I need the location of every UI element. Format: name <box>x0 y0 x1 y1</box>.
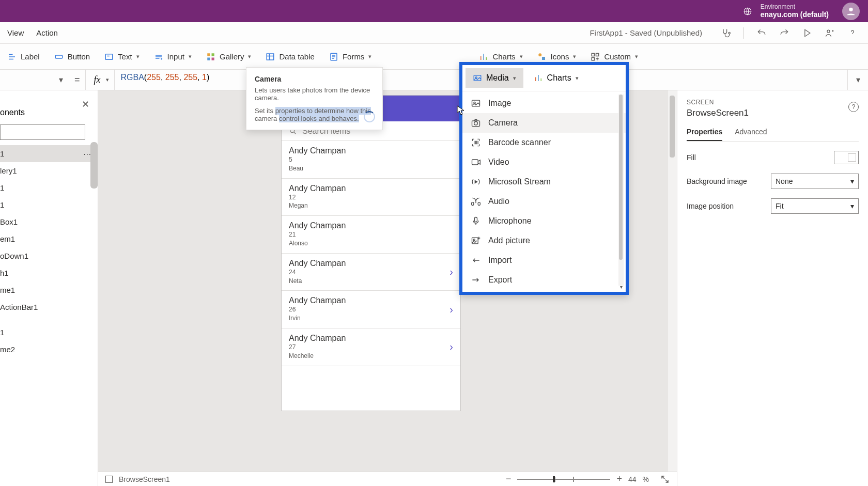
media-item-label: Microsoft Stream <box>488 177 551 186</box>
prop-bgimage-label: Background image <box>687 177 771 185</box>
redo-icon[interactable] <box>779 28 789 38</box>
tree-item[interactable]: 1 <box>0 324 98 341</box>
ribbon-charts-inline[interactable]: Charts▾ <box>526 68 586 88</box>
tree-item[interactable]: 1 <box>0 179 98 196</box>
tree-item[interactable]: me1 <box>0 281 98 299</box>
tree-item[interactable]: ActionBar1 <box>0 299 98 316</box>
svg-rect-9 <box>211 57 214 60</box>
tree-item[interactable]: Box1 <box>0 213 98 230</box>
menu-action[interactable]: Action <box>36 28 58 37</box>
imgpos-select[interactable]: Fit▾ <box>771 198 859 214</box>
list-item-sub: Neta <box>289 277 450 286</box>
help-icon[interactable]: ? <box>848 102 859 112</box>
ribbon-data-table[interactable]: Data table <box>258 47 321 67</box>
list-item-sub: Mechelle <box>289 352 450 360</box>
scrollbar[interactable] <box>618 95 624 286</box>
tree-item[interactable]: me2 <box>0 341 98 358</box>
media-item-video[interactable]: Video <box>462 152 626 172</box>
ribbon-button[interactable]: Button <box>47 47 97 67</box>
tree-item[interactable] <box>0 316 98 324</box>
media-item-microsoft-stream[interactable]: Microsoft Stream <box>462 172 626 192</box>
tree-item[interactable]: 1 <box>0 196 98 213</box>
media-item-microphone[interactable]: Microphone <box>462 211 626 231</box>
list-item[interactable]: Andy Champan 5 Beau <box>282 141 460 179</box>
svg-point-3 <box>827 30 830 33</box>
formula-expand[interactable]: ▾ <box>847 70 868 90</box>
list-item[interactable]: Andy Champan 12 Megan <box>282 179 460 216</box>
menu-bar: View Action FirstApp1 - Saved (Unpublish… <box>0 22 868 44</box>
ribbon-input[interactable]: Input▾ <box>147 47 199 67</box>
phone-preview[interactable]: Search items Andy Champan 5 Beau Andy Ch… <box>282 96 460 411</box>
chevron-right-icon[interactable]: › <box>450 341 453 353</box>
menu-view[interactable]: View <box>7 28 24 37</box>
fx-icon[interactable]: fx <box>91 74 104 85</box>
scrollbar[interactable] <box>90 142 98 189</box>
scrollbar[interactable] <box>668 90 677 472</box>
svg-rect-7 <box>211 53 214 56</box>
ribbon-gallery[interactable]: Gallery▾ <box>199 47 259 67</box>
stethoscope-icon[interactable] <box>721 28 731 38</box>
tab-properties[interactable]: Properties <box>687 128 722 141</box>
list-item-name: Andy Champan <box>289 296 450 305</box>
forms-icon <box>329 52 338 61</box>
zoom-slider[interactable] <box>517 479 610 480</box>
tree-item[interactable]: oDown1 <box>0 247 98 264</box>
chevron-down-icon: ▾ <box>573 53 576 60</box>
ribbon-media-active[interactable]: Media ▾ <box>466 68 523 88</box>
chevron-right-icon[interactable]: › <box>450 304 453 316</box>
insert-ribbon: Label Button Text▾ Input▾ Gallery▾ Data … <box>0 44 868 70</box>
list-item[interactable]: Andy Champan 27 Mechelle › <box>282 328 460 366</box>
charts-icon <box>479 52 488 61</box>
ribbon-label[interactable]: Label <box>0 47 47 67</box>
list-item[interactable]: Andy Champan 24 Neta › <box>282 254 460 291</box>
share-icon[interactable] <box>825 28 835 38</box>
tree-item[interactable]: lery1 <box>0 162 98 179</box>
list-item-sub: Megan <box>289 201 453 210</box>
scroll-down-icon[interactable]: ▾ <box>620 284 623 290</box>
list-item[interactable]: Andy Champan 26 Irvin › <box>282 291 460 328</box>
equals-icon: = <box>69 74 85 85</box>
fit-icon[interactable] <box>660 475 670 484</box>
bgimage-select[interactable]: None▾ <box>771 174 859 189</box>
tree-item-selected[interactable]: 1 ··· <box>0 145 98 162</box>
env-name: enayu.com (default) <box>761 10 829 19</box>
list-item-num: 21 <box>289 230 453 239</box>
media-item-import[interactable]: Import <box>462 250 626 270</box>
list-item[interactable]: Andy Champan 21 Alonso <box>282 216 460 254</box>
zoom-in[interactable]: + <box>616 474 622 484</box>
media-item-barcode-scanner[interactable]: Barcode scanner <box>462 133 626 152</box>
close-icon[interactable]: ✕ <box>82 99 89 110</box>
media-item-camera[interactable]: Camera <box>462 113 626 133</box>
chevron-down-icon: ▾ <box>513 75 516 82</box>
formula-bar: ▾ = fx ▾ RGBA(255, 255, 255, 1) ▾ <box>0 70 868 90</box>
tab-advanced[interactable]: Advanced <box>735 128 767 141</box>
help-icon[interactable] <box>847 28 858 38</box>
avatar[interactable] <box>842 3 860 20</box>
list-item-sub: Alonso <box>289 239 453 248</box>
prop-fill-label: Fill <box>687 153 834 162</box>
shapes-icon <box>537 52 547 61</box>
undo-icon[interactable] <box>756 28 767 38</box>
chevron-right-icon[interactable]: › <box>450 266 453 278</box>
prop-imgpos-label: Image position <box>687 202 771 210</box>
media-item-audio[interactable]: Audio <box>462 192 626 211</box>
tree-item[interactable]: em1 <box>0 230 98 247</box>
ribbon-forms[interactable]: Forms▾ <box>322 47 379 67</box>
status-screen-name: BrowseScreen1 <box>119 475 170 483</box>
environment-block[interactable]: Environment enayu.com (default) <box>761 3 829 19</box>
fill-color-picker[interactable] <box>834 151 859 164</box>
zoom-out[interactable]: − <box>506 474 512 484</box>
tree-search-input[interactable] <box>0 124 85 140</box>
play-icon[interactable] <box>802 28 812 38</box>
media-item-export[interactable]: Export <box>462 270 626 290</box>
chevron-down-icon: ▾ <box>850 202 854 210</box>
ribbon-text[interactable]: Text▾ <box>97 47 147 67</box>
media-item-add-picture[interactable]: Add picture <box>462 231 626 250</box>
charts-icon <box>534 73 543 83</box>
tree-item[interactable]: h1 <box>0 264 98 281</box>
app-header: Environment enayu.com (default) <box>0 0 868 22</box>
property-selector[interactable]: ▾ <box>2 72 69 88</box>
chevron-down-icon[interactable]: ▾ <box>106 76 109 83</box>
media-item-image[interactable]: Image <box>462 93 626 113</box>
canvas-area[interactable]: Camera Lets users take photos from the d… <box>98 90 677 486</box>
